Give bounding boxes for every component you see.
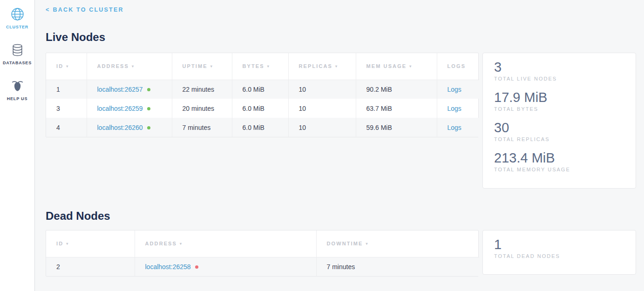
bytes-cell: 6.0 MiB (232, 80, 288, 99)
summary-stat: 3 TOTAL LIVE NODES (494, 59, 624, 81)
live-nodes-table: ID▾ ADDRESS▾ UPTIME▾ BYTES▾ REPLICAS▾ ME… (46, 53, 479, 137)
stat-value: 3 (494, 59, 624, 75)
table-header-row: ID▾ ADDRESS▾ DOWNTIME▾ (46, 230, 479, 257)
live-status-dot (147, 88, 150, 91)
node-address-cell: localhost:26258 (135, 257, 316, 276)
logs-cell: Logs (437, 80, 479, 99)
back-link-label: BACK TO CLUSTER (53, 7, 124, 13)
replicas-cell: 10 (288, 80, 356, 99)
dead-status-dot (195, 265, 198, 269)
table-row: 4 localhost:26260 7 minutes 6.0 MiB 10 5… (46, 118, 479, 137)
sidebar-item-cluster[interactable]: CLUSTER (0, 7, 34, 29)
live-nodes-section: ID▾ ADDRESS▾ UPTIME▾ BYTES▾ REPLICAS▾ ME… (46, 53, 636, 189)
logs-link[interactable]: Logs (447, 124, 461, 131)
bug-icon (10, 79, 25, 93)
node-id-cell: 2 (46, 257, 135, 276)
node-address-link[interactable]: localhost:26257 (97, 86, 143, 93)
main-content: <BACK TO CLUSTER Live Nodes ID▾ ADDRESS▾… (35, 0, 644, 291)
stat-label: TOTAL LIVE NODES (494, 76, 624, 81)
node-id-cell: 1 (46, 80, 87, 99)
globe-icon (10, 7, 25, 21)
stat-value: 1 (494, 237, 624, 252)
sort-arrow-icon: ▾ (132, 64, 135, 68)
sort-arrow-icon: ▾ (210, 64, 213, 68)
uptime-cell: 20 minutes (172, 99, 232, 118)
sort-arrow-icon: ▾ (180, 242, 183, 246)
column-header-mem-usage[interactable]: MEM USAGE▾ (356, 53, 437, 80)
dead-nodes-table: ID▾ ADDRESS▾ DOWNTIME▾ 2 localhost:26258… (46, 230, 479, 277)
bytes-cell: 6.0 MiB (232, 99, 288, 118)
column-header-bytes[interactable]: BYTES▾ (232, 53, 288, 80)
stat-value: 30 (494, 120, 624, 135)
stat-label: TOTAL MEMORY USAGE (494, 167, 624, 172)
downtime-cell: 7 minutes (316, 257, 479, 276)
replicas-cell: 10 (288, 118, 356, 137)
dead-nodes-section: ID▾ ADDRESS▾ DOWNTIME▾ 2 localhost:26258… (46, 230, 636, 277)
logs-link[interactable]: Logs (447, 86, 461, 93)
back-to-cluster-link[interactable]: <BACK TO CLUSTER (46, 7, 124, 13)
node-address-cell: localhost:26259 (87, 99, 172, 118)
sidebar-item-help-us[interactable]: HELP US (0, 79, 34, 101)
stat-label: TOTAL DEAD NODES (494, 253, 624, 259)
sort-arrow-icon: ▾ (409, 64, 412, 68)
database-icon (10, 43, 25, 57)
live-status-dot (147, 126, 150, 129)
sort-arrow-icon: ▾ (335, 64, 338, 68)
sidebar-item-label: DATABASES (3, 61, 32, 65)
logs-link[interactable]: Logs (447, 105, 461, 112)
dead-nodes-title: Dead Nodes (46, 210, 636, 223)
node-id-cell: 3 (46, 99, 87, 118)
uptime-cell: 22 minutes (172, 80, 232, 99)
sort-arrow-icon: ▾ (66, 242, 69, 246)
mem-usage-cell: 63.7 MiB (356, 99, 437, 118)
column-header-downtime[interactable]: DOWNTIME▾ (316, 230, 479, 257)
uptime-cell: 7 minutes (172, 118, 232, 137)
live-nodes-title: Live Nodes (46, 31, 636, 44)
stat-label: TOTAL REPLICAS (494, 136, 624, 142)
mem-usage-cell: 59.6 MiB (356, 118, 437, 137)
sidebar-item-databases[interactable]: DATABASES (0, 43, 34, 65)
logs-cell: Logs (437, 99, 479, 118)
sort-arrow-icon: ▾ (366, 242, 368, 246)
node-address-link[interactable]: localhost:26258 (145, 263, 191, 271)
logs-cell: Logs (437, 118, 479, 137)
mem-usage-cell: 90.2 MiB (356, 80, 437, 99)
sidebar-item-label: HELP US (7, 96, 27, 101)
node-address-link[interactable]: localhost:26260 (97, 124, 143, 131)
node-address-cell: localhost:26260 (87, 118, 172, 137)
node-address-cell: localhost:26257 (87, 80, 172, 99)
sort-arrow-icon: ▾ (267, 64, 270, 68)
sort-arrow-icon: ▾ (66, 64, 69, 68)
table-row: 1 localhost:26257 22 minutes 6.0 MiB 10 … (46, 80, 479, 99)
node-address-link[interactable]: localhost:26259 (97, 105, 143, 112)
live-nodes-summary: 3 TOTAL LIVE NODES 17.9 MiB TOTAL BYTES … (482, 53, 636, 189)
column-header-id[interactable]: ID▾ (46, 53, 87, 80)
summary-stat: 213.4 MiB TOTAL MEMORY USAGE (494, 150, 624, 172)
replicas-cell: 10 (288, 99, 356, 118)
column-header-id[interactable]: ID▾ (46, 230, 135, 257)
column-header-address[interactable]: ADDRESS▾ (135, 230, 316, 257)
summary-stat: 17.9 MiB TOTAL BYTES (494, 89, 624, 112)
sidebar: CLUSTER DATABASES HELP US (0, 0, 35, 291)
stat-value: 17.9 MiB (494, 89, 624, 105)
sidebar-item-label: CLUSTER (6, 25, 28, 29)
stat-value: 213.4 MiB (494, 150, 624, 166)
table-row: 3 localhost:26259 20 minutes 6.0 MiB 10 … (46, 99, 479, 118)
summary-stat: 1 TOTAL DEAD NODES (494, 237, 624, 259)
bytes-cell: 6.0 MiB (232, 118, 288, 137)
column-header-uptime[interactable]: UPTIME▾ (172, 53, 232, 80)
summary-stat: 30 TOTAL REPLICAS (494, 120, 624, 142)
column-header-logs: LOGS (437, 53, 479, 80)
live-status-dot (147, 107, 150, 110)
column-header-replicas[interactable]: REPLICAS▾ (288, 53, 356, 80)
table-header-row: ID▾ ADDRESS▾ UPTIME▾ BYTES▾ REPLICAS▾ ME… (46, 53, 479, 80)
table-row: 2 localhost:26258 7 minutes (46, 257, 479, 276)
node-id-cell: 4 (46, 118, 87, 137)
app-root: CLUSTER DATABASES HELP US <BACK TO CLUST… (0, 0, 644, 291)
stat-label: TOTAL BYTES (494, 106, 624, 112)
dead-nodes-summary: 1 TOTAL DEAD NODES (482, 230, 636, 275)
back-arrow-icon: < (46, 7, 50, 13)
column-header-address[interactable]: ADDRESS▾ (87, 53, 172, 80)
